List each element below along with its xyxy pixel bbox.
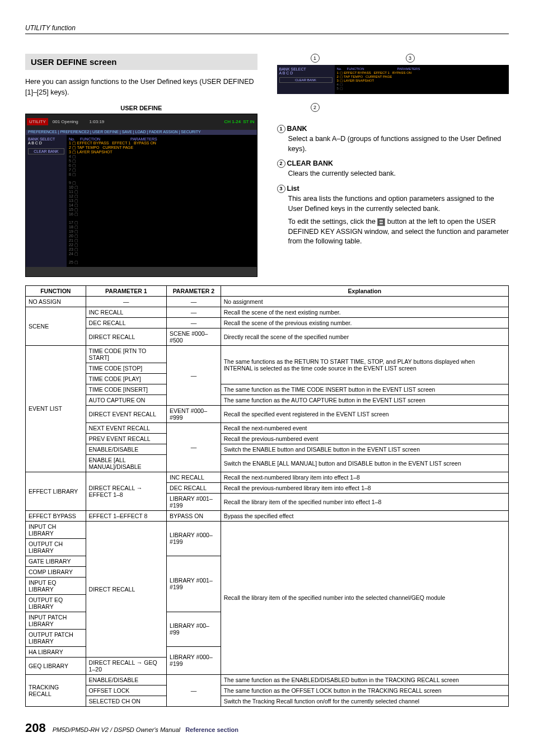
page-footer: 208 PM5D/PM5D-RH V2 / DSP5D Owner's Manu… — [25, 721, 509, 735]
ss-bank-panel: BANK SELECT A B C D CLEAR BANK — [26, 135, 67, 267]
num-3-icon: 3 — [277, 185, 285, 193]
th-exp: Explanation — [221, 285, 508, 296]
chapter-title: UTILITY function — [25, 24, 76, 32]
ss-row1: 1 ▢ EFFECT BYPASS EFFECT 1 BYPASS ON — [69, 141, 255, 145]
intro-text: Here you can assign functions to the Use… — [25, 77, 257, 98]
diag-clear: CLEAR BANK — [279, 77, 332, 83]
ss-row3: 3 ▢ LAYER SNAPSHOT — [69, 150, 255, 154]
callout-2: 2 — [311, 103, 320, 112]
th-p2: PARAMETER 2 — [167, 285, 221, 296]
table-row: AUTO CAPTURE ONThe same function as the … — [26, 395, 509, 405]
def-clear-body: Clears the currently selected bank. — [288, 169, 509, 179]
ss-top-bar: UTILITY 001 Opening 1:03:19 CH 1-24 ST I… — [26, 114, 257, 130]
ss-func: FUNCTION — [80, 137, 130, 141]
def-list-body2: To edit the settings, click the button a… — [288, 217, 509, 247]
diag-bank-btns: A B C D — [279, 71, 332, 75]
def-list: 3List This area lists the functions and … — [277, 185, 509, 247]
ss-clear-bank: CLEAR BANK — [28, 148, 64, 154]
ss-stin: ST IN — [243, 119, 254, 124]
function-table: FUNCTION PARAMETER 1 PARAMETER 2 Explana… — [25, 285, 509, 707]
callout-3: 3 — [406, 54, 415, 63]
def-clear: 2CLEAR BANK Clears the currently selecte… — [277, 159, 509, 179]
table-row: TIME CODE [INSERT]The same function as t… — [26, 384, 509, 395]
callout-diagram: 1 3 BANK SELECT A B C D CLEAR BANK No. F… — [277, 54, 509, 118]
table-row: INPUT CH LIBRARY DIRECT RECALL LIBRARY #… — [26, 521, 509, 538]
table-row: NO ASSIGN — — No assignment — [26, 296, 509, 307]
num-1-icon: 1 — [277, 125, 285, 133]
ss-bottom-bar — [26, 267, 257, 276]
ss-params: PARAMETERS — [130, 137, 157, 141]
table-row: DEC RECALL — Recall the scene of the pre… — [26, 317, 509, 328]
section-title: USER DEFINE screen — [25, 54, 257, 70]
def-bank-body: Select a bank A–D (groups of functions a… — [288, 134, 509, 154]
table-row: ENABLE [ALL MANUAL]/DISABLESwitch the EN… — [26, 454, 509, 472]
def-list-body1: This area lists the functions and option… — [288, 194, 509, 214]
ss-bank-select: BANK SELECT — [28, 137, 64, 141]
table-row: DIRECT RECALL SCENE #000–#500 Directly r… — [26, 328, 509, 345]
chapter-header: UTILITY function — [25, 22, 509, 34]
ss-mode: UTILITY — [27, 118, 48, 125]
th-function: FUNCTION — [26, 285, 86, 296]
ss-bank-btns: A B C D — [28, 141, 64, 145]
th-p1: PARAMETER 1 — [86, 285, 167, 296]
ss-no: No. — [69, 137, 80, 141]
screenshot-label: USER DEFINE — [25, 105, 257, 111]
footer-model: PM5D/PM5D-RH V2 / DSP5D Owner's Manual — [53, 726, 180, 733]
updown-icon — [377, 218, 385, 226]
table-row: PREV EVENT RECALLRecall the previous-num… — [26, 433, 509, 444]
table-row: DIRECT EVENT RECALLEVENT #000–#999Recall… — [26, 405, 509, 422]
def-bank: 1BANK Select a bank A–D (groups of funct… — [277, 125, 509, 154]
table-row: TRACKING RECALL ENABLE/DISABLE — The sam… — [26, 674, 509, 685]
diag-bank-select: BANK SELECT — [279, 67, 332, 71]
table-row: OFFSET LOCKThe same function as the OFFS… — [26, 685, 509, 696]
table-row: SCENE INC RECALL — Recall the scene of t… — [26, 307, 509, 317]
ss-present: 1:03:19 — [90, 119, 105, 124]
table-row: EVENT LIST TIME CODE [RTN TO START] — Th… — [26, 345, 509, 363]
table-row: EFFECT LIBRARY DIRECT RECALL → EFFECT 1–… — [26, 472, 509, 482]
table-row: NEXT EVENT RECALL—Recall the next-number… — [26, 422, 509, 433]
ss-list: No. FUNCTION PARAMETERS 1 ▢ EFFECT BYPAS… — [67, 135, 257, 267]
table-row: SELECTED CH ONSwitch the Tracking Recall… — [26, 696, 509, 706]
ss-tabs: PREFERENCE1 | PREFERENCE2 | USER DEFINE … — [26, 130, 257, 135]
ss-scene: 001 Opening — [53, 119, 78, 124]
footer-ref: Reference section — [185, 726, 238, 733]
table-row: EFFECT BYPASS EFFECT 1–EFFECT 8 BYPASS O… — [26, 510, 509, 521]
callout-1: 1 — [311, 54, 320, 63]
ss-row2: 2 ▢ TAP TEMPO CURRENT PAGE — [69, 145, 255, 150]
table-row: ENABLE/DISABLESwitch the ENABLE button a… — [26, 444, 509, 454]
num-2-icon: 2 — [277, 159, 285, 168]
user-define-screenshot: UTILITY 001 Opening 1:03:19 CH 1-24 ST I… — [25, 114, 257, 277]
page-number: 208 — [25, 721, 46, 735]
ss-ch: CH 1-24 — [224, 119, 241, 124]
